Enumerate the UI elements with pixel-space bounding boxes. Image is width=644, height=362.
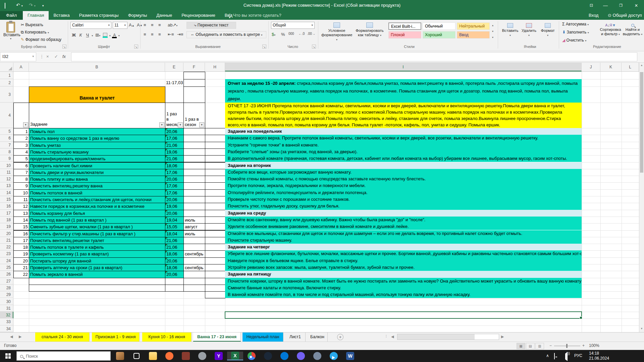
row-header-20[interactable]: 20	[0, 230, 13, 237]
date-cell-E11[interactable]: 17,06	[165, 169, 184, 176]
select-all-button[interactable]	[0, 63, 13, 71]
section-title-cell[interactable]: Ванна и туалет	[29, 86, 165, 103]
cell-H16[interactable]	[205, 203, 225, 210]
cell-H28[interactable]	[205, 285, 225, 292]
task-cell-B17[interactable]: Помыть корзину для белья	[29, 210, 165, 217]
decrease-indent-icon[interactable]: ⇤≡	[168, 32, 174, 37]
sheet-nav-right-icon[interactable]: ▶	[19, 335, 21, 339]
cell-F22[interactable]	[183, 244, 205, 251]
cell-H20[interactable]	[205, 230, 225, 237]
task-number-A22[interactable]: 18	[13, 244, 29, 251]
date-cell-E8[interactable]: 19,06	[165, 148, 184, 156]
align-top-icon[interactable]: ≡	[144, 22, 146, 27]
wrap-text-button[interactable]: ⤷ Перенести текст	[186, 22, 236, 29]
cell-F9[interactable]	[183, 155, 205, 162]
insert-cells-button[interactable]: Вставить▾	[501, 23, 519, 38]
telegram-icon[interactable]	[326, 352, 342, 360]
cell-H18[interactable]	[205, 217, 225, 224]
cell-F17[interactable]	[183, 210, 205, 217]
task-number-A13[interactable]: 9	[13, 182, 29, 189]
align-left-icon[interactable]: ≡	[144, 32, 146, 37]
plan-header-row-10[interactable]: Задание на вторник	[225, 162, 582, 169]
decrease-font-icon[interactable]: A▼	[137, 22, 143, 27]
cell-F3[interactable]	[183, 86, 205, 103]
report-june-cell[interactable]: ОТЧЕТ 17 -23 ИЮНЯ Протерла потолок ванно…	[225, 103, 582, 128]
format-as-table-button[interactable]: Форматировать как таблицу ▾	[354, 22, 385, 38]
cell-F5[interactable]	[183, 128, 205, 135]
styles-gallery-scroll[interactable]: ▴▾▾	[490, 22, 495, 41]
borders-icon[interactable]: ⊞▾	[95, 33, 101, 38]
date-cell-E6[interactable]: 17,06	[165, 135, 184, 142]
row-header-19[interactable]: 19	[0, 223, 13, 230]
cell-F25[interactable]: сентябрь	[183, 264, 205, 271]
row-header-5[interactable]: 5	[0, 128, 13, 135]
cell-F13[interactable]	[183, 182, 205, 189]
cell-F15[interactable]	[183, 196, 205, 203]
task-cell-B13[interactable]: Почистить вентиляц.решетку ванна	[29, 182, 165, 189]
app-red-icon[interactable]	[178, 352, 194, 360]
steam-icon[interactable]	[260, 352, 276, 360]
cell-H14[interactable]	[205, 189, 225, 196]
cell-H15[interactable]	[205, 196, 225, 203]
cell-H23[interactable]	[205, 250, 225, 257]
row-header-4[interactable]: 4	[0, 103, 13, 128]
zoom-level[interactable]: 100%	[589, 343, 599, 348]
cell-F24[interactable]	[183, 257, 205, 264]
app-grey-icon[interactable]	[194, 352, 210, 360]
tab-file[interactable]: Файл	[0, 11, 23, 20]
task-cell-B5[interactable]: Помыть пол	[29, 128, 165, 135]
share-button[interactable]: ⊙ Общий доступ	[608, 11, 642, 20]
normal-view-icon[interactable]: ▦	[517, 343, 525, 349]
plan-item-row-9[interactable]: В дополнительной комнате (прачечная, гос…	[225, 155, 582, 162]
insert-function-icon[interactable]: fx	[62, 54, 66, 59]
row-header-33[interactable]: 33	[0, 318, 13, 325]
autosum-button[interactable]: Σ Автосумма ▾	[562, 22, 589, 26]
cell-F27[interactable]	[183, 278, 205, 285]
row-header-23[interactable]: 23	[0, 250, 13, 257]
date-cell-E21[interactable]: 21,06	[165, 237, 184, 244]
cell-E2[interactable]: 11-17,03	[165, 79, 184, 87]
cancel-entry-icon[interactable]: ×	[46, 54, 49, 59]
cell-H7[interactable]	[205, 142, 225, 149]
task-cell-B11[interactable]: Помыть двери и ручки,выключатели	[29, 169, 165, 176]
viber-icon[interactable]	[293, 352, 309, 360]
plan-item-row-21[interactable]: Почистите стиральную машину.	[225, 237, 582, 244]
date-cell-E18[interactable]: 19,04	[165, 217, 184, 224]
cell-F12[interactable]	[183, 176, 205, 183]
task-number-A10[interactable]: 6	[13, 162, 29, 169]
sign-in-link[interactable]: Вход	[589, 11, 598, 20]
task-number-A17[interactable]: 13	[13, 210, 29, 217]
task-number-A24[interactable]: 20	[13, 257, 29, 264]
plan-item-row-27[interactable]: Почистите коврики, шторку в ванной комна…	[225, 278, 582, 285]
conditional-formatting-button[interactable]: Условное форматирование ▾	[321, 22, 352, 42]
task-cell-B9[interactable]: продезинфицировать ершик/сменить	[29, 155, 165, 162]
task-cell-B25[interactable]: Проверить аптечку на сроки (1 раз в квар…	[29, 264, 165, 271]
cell-H6[interactable]	[205, 135, 225, 142]
column-header-I[interactable]: I	[225, 63, 582, 71]
clock[interactable]: 14:18 21.06.2024	[589, 351, 639, 361]
scroll-down-icon[interactable]: ▾	[639, 327, 644, 330]
date-cell-E22[interactable]: 21,06	[165, 244, 184, 251]
taskbar-search-input[interactable]: Поиск	[16, 351, 111, 361]
style-Обычный[interactable]: Обычный	[423, 22, 455, 30]
task-cell-B8[interactable]: Помыть стиральную машину	[29, 148, 165, 156]
row-header-27[interactable]: 27	[0, 278, 13, 285]
vertical-scrollbar[interactable]: ▴ ▾	[639, 63, 644, 332]
scroll-up-icon[interactable]: ▴	[639, 63, 644, 67]
tab-formulas[interactable]: Формулы	[123, 11, 152, 20]
fill-button[interactable]: ⬇ Заполнить ▾	[562, 30, 589, 35]
date-cell-E25[interactable]: 18,06	[165, 264, 184, 271]
sheet-tab-Балкон[interactable]: Балкон	[307, 333, 328, 342]
task-number-A9[interactable]: 5	[13, 155, 29, 162]
horizontal-scrollbar[interactable]	[397, 334, 499, 340]
row-header-3[interactable]: 3	[0, 86, 13, 103]
row-header-6[interactable]: 6	[0, 135, 13, 141]
task-cell-B6[interactable]: Помыть ванну со средством 1 раз в неделю	[29, 135, 165, 142]
date-cell-E16[interactable]: 19,06	[165, 203, 184, 210]
cell-F21[interactable]	[183, 237, 205, 244]
task-number-A25[interactable]: 21	[13, 264, 29, 271]
restore-button[interactable]: ❐	[613, 0, 629, 11]
task-number-A19[interactable]: 15	[13, 223, 29, 230]
cell-F14[interactable]	[183, 189, 205, 196]
style-Хороший[interactable]: Хороший	[423, 31, 455, 39]
